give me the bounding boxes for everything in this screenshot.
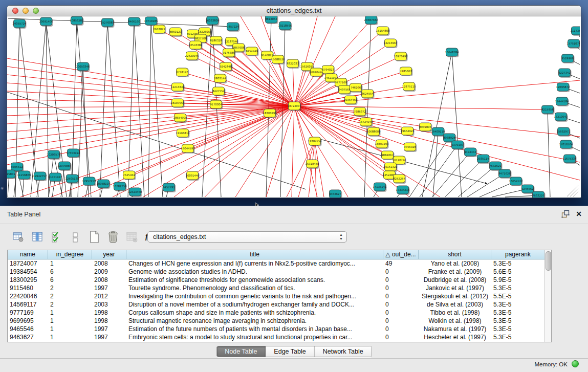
table-cell[interactable]: 18300295 bbox=[8, 276, 48, 284]
table-cell[interactable]: 14569117 bbox=[8, 300, 48, 309]
table-cell[interactable]: Franke et al. (2009) bbox=[419, 268, 491, 276]
table-cell[interactable]: Wolkin et al. (1998) bbox=[419, 317, 491, 325]
tab-network-table[interactable]: Network Table bbox=[315, 346, 372, 357]
table-row[interactable]: 946554611997Estimation of the future num… bbox=[8, 325, 551, 333]
table-cell[interactable]: 1 bbox=[48, 259, 92, 268]
window-titlebar[interactable]: citations_edges.txt bbox=[7, 6, 581, 16]
column-header-2[interactable]: year bbox=[92, 250, 126, 259]
show-column-button[interactable] bbox=[30, 230, 44, 244]
table-options-button[interactable] bbox=[11, 230, 25, 244]
table-row[interactable]: 969969511998Structural magnetic resonanc… bbox=[8, 317, 551, 325]
resize-grip[interactable] bbox=[567, 185, 578, 196]
table-cell[interactable]: de Silva et al. (2003) bbox=[419, 300, 491, 309]
column-header-5[interactable]: short bbox=[419, 250, 491, 259]
table-cell[interactable]: 1 bbox=[48, 333, 92, 341]
table-cell[interactable]: 5.3E-5 bbox=[491, 300, 545, 309]
table-cell[interactable]: 6 bbox=[48, 268, 92, 276]
table-cell[interactable]: 1 bbox=[48, 309, 92, 317]
table-row[interactable]: 2242004622012Investigating the contribut… bbox=[8, 292, 551, 300]
table-cell[interactable]: 18724007 bbox=[8, 259, 48, 268]
table-cell[interactable]: 2012 bbox=[92, 292, 126, 300]
table-cell[interactable]: 9465546 bbox=[8, 325, 48, 333]
table-scrollbar[interactable] bbox=[545, 250, 551, 342]
table-cell[interactable]: 1 bbox=[48, 317, 92, 325]
table-cell[interactable]: 5.6E-5 bbox=[491, 268, 545, 276]
table-row[interactable]: 1938455462009Genome-wide association stu… bbox=[8, 268, 551, 276]
table-cell[interactable]: 2009 bbox=[92, 268, 126, 276]
table-cell[interactable]: Yano et al. (2008) bbox=[419, 259, 491, 268]
column-header-0[interactable]: name bbox=[8, 250, 48, 259]
column-header-4[interactable]: △ out_de... bbox=[383, 250, 419, 259]
table-cell[interactable]: 5.3E-5 bbox=[491, 309, 545, 317]
table-cell[interactable]: 2003 bbox=[92, 300, 126, 309]
table-cell[interactable]: 2008 bbox=[92, 276, 126, 284]
table-cell[interactable]: 0 bbox=[383, 325, 419, 333]
table-cell[interactable]: 0 bbox=[383, 276, 419, 284]
table-cell[interactable]: 0 bbox=[383, 292, 419, 300]
tab-node-table[interactable]: Node Table bbox=[216, 346, 266, 357]
column-header-3[interactable]: title bbox=[126, 250, 383, 259]
table-cell[interactable]: 22420046 bbox=[8, 292, 48, 300]
table-cell[interactable]: Dudbridge et al. (2008) bbox=[419, 276, 491, 284]
table-row[interactable]: 1872400712008Changes of HCN gene express… bbox=[8, 259, 551, 268]
table-cell[interactable]: 1997 bbox=[92, 333, 126, 341]
table-cell[interactable]: 9463627 bbox=[8, 333, 48, 341]
table-cell[interactable]: Estimation of the future numbers of pati… bbox=[126, 325, 383, 333]
table-cell[interactable]: 2 bbox=[48, 300, 92, 309]
table-cell[interactable]: 5.9E-5 bbox=[491, 276, 545, 284]
table-cell[interactable]: 0 bbox=[383, 284, 419, 292]
table-cell[interactable]: 9115460 bbox=[8, 284, 48, 292]
network-canvas[interactable]: 2405572420691406108532871527608784661601… bbox=[7, 16, 580, 198]
table-cell[interactable]: Estimation of significance thresholds fo… bbox=[126, 276, 383, 284]
table-cell[interactable]: 2 bbox=[48, 284, 92, 292]
table-cell[interactable]: Disruption of a novel member of a sodium… bbox=[126, 300, 383, 309]
table-cell[interactable]: 49 bbox=[383, 259, 419, 268]
table-cell[interactable]: 5.3E-5 bbox=[491, 284, 545, 292]
new-table-button[interactable] bbox=[87, 230, 101, 244]
table-cell[interactable]: 5.3E-5 bbox=[491, 259, 545, 268]
float-panel-icon[interactable] bbox=[561, 210, 570, 218]
network-graph[interactable]: 2405572420691406108532871527608784661601… bbox=[7, 16, 580, 198]
table-cell[interactable]: Corpus callosum shape and size in male p… bbox=[126, 309, 383, 317]
table-cell[interactable]: Structural magnetic resonance image aver… bbox=[126, 317, 383, 325]
column-header-6[interactable]: pagerank bbox=[491, 250, 545, 259]
table-cell[interactable]: Changes of HCN gene expression and I(f) … bbox=[126, 259, 383, 268]
table-cell[interactable]: 9777169 bbox=[8, 309, 48, 317]
table-cell[interactable]: 5.3E-5 bbox=[491, 333, 545, 341]
table-cell[interactable]: 1 bbox=[48, 325, 92, 333]
close-panel-icon[interactable]: ✕ bbox=[576, 210, 582, 218]
delete-trash-button[interactable] bbox=[106, 230, 120, 244]
table-cell[interactable]: Nakamura et al. (1997) bbox=[419, 325, 491, 333]
table-cell[interactable]: 1997 bbox=[92, 325, 126, 333]
table-row[interactable]: 1830029562008Estimation of significance … bbox=[8, 276, 551, 284]
table-cell[interactable]: Tibbo et al. (1998) bbox=[419, 309, 491, 317]
table-row[interactable]: 977716911998Corpus callosum shape and si… bbox=[8, 309, 551, 317]
table-source-dropdown[interactable]: citations_edges.txt ▲▼ bbox=[147, 231, 347, 243]
table-cell[interactable]: 5.3E-5 bbox=[491, 317, 545, 325]
table-cell[interactable]: 0 bbox=[383, 333, 419, 341]
table-cell[interactable]: Stergiakouli et al. (2012) bbox=[419, 292, 491, 300]
table-cell[interactable]: Jankovic et al. (1997) bbox=[419, 284, 491, 292]
table-cell[interactable]: 9699695 bbox=[8, 317, 48, 325]
table-cell[interactable]: Investigating the contribution of common… bbox=[126, 292, 383, 300]
table-cell[interactable]: Genome-wide association studies in ADHD. bbox=[126, 268, 383, 276]
table-cell[interactable]: 19384554 bbox=[8, 268, 48, 276]
table-row[interactable]: 911546021997Tourette syndrome. Phenomeno… bbox=[8, 284, 551, 292]
table-cell[interactable]: 0 bbox=[383, 317, 419, 325]
table-scrollbar-thumb[interactable] bbox=[546, 251, 551, 271]
clear-selection-button[interactable] bbox=[68, 230, 82, 244]
table-cell[interactable]: 6 bbox=[48, 276, 92, 284]
tab-edge-table[interactable]: Edge Table bbox=[266, 346, 314, 357]
table-cell[interactable]: 0 bbox=[383, 309, 419, 317]
select-all-button[interactable] bbox=[49, 230, 63, 244]
table-cell[interactable]: 1997 bbox=[92, 284, 126, 292]
table-cell[interactable]: Tourette syndrome. Phenomenology and cla… bbox=[126, 284, 383, 292]
table-cell[interactable]: 2008 bbox=[92, 259, 126, 268]
table-cell[interactable]: 5.5E-5 bbox=[491, 292, 545, 300]
table-cell[interactable]: 0 bbox=[383, 268, 419, 276]
delete-table-button-disabled[interactable] bbox=[125, 230, 139, 244]
table-row[interactable]: 1456911722003Disruption of a novel membe… bbox=[8, 300, 551, 309]
table-cell[interactable]: 2 bbox=[48, 292, 92, 300]
table-cell[interactable]: 1998 bbox=[92, 317, 126, 325]
table-cell[interactable]: 0 bbox=[383, 300, 419, 309]
